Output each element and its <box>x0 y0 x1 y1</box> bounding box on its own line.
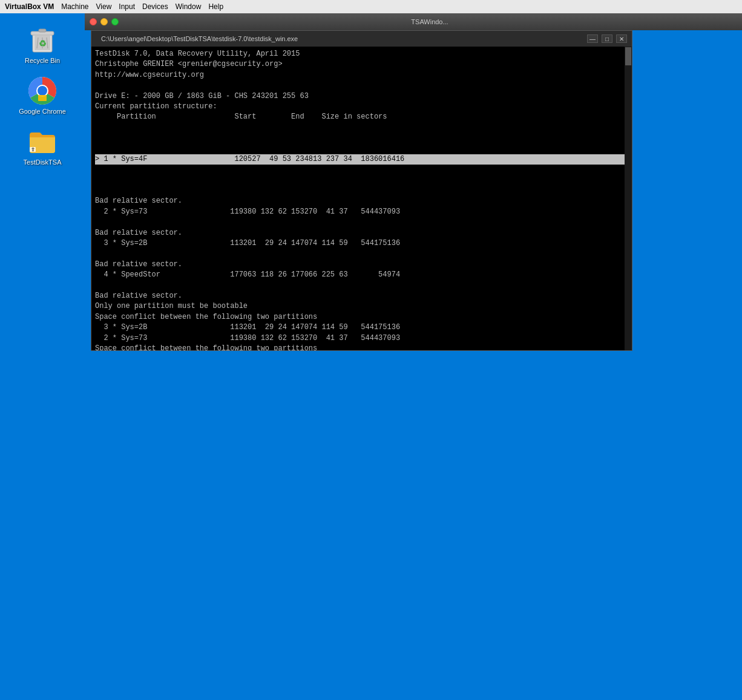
terminal-line-9 <box>95 186 628 196</box>
menu-item-devices[interactable]: Devices <box>142 2 168 11</box>
menu-bar: VirtualBox VM Machine View Input Devices… <box>0 0 742 13</box>
testdisktsa-image: ⇧ <box>28 127 57 156</box>
testdisk-maximize-btn[interactable]: □ <box>602 34 612 43</box>
scrollbar-thumb[interactable] <box>625 47 631 65</box>
terminal-line-8-highlighted: > 1 * Sys=4F 120527 49 53 234813 237 34 … <box>95 133 628 186</box>
google-chrome-icon[interactable]: Google Chrome <box>18 76 67 115</box>
terminal-line-14: 3 * Sys=2B 113201 29 24 147074 114 59 54… <box>95 238 628 249</box>
terminal-line-7 <box>95 123 628 133</box>
recycle-bin-image: ♻ <box>28 25 57 54</box>
desktop: ♻ Recycle Bin <box>0 13 85 700</box>
terminal-line-24: Space conflict between the following two… <box>95 344 628 350</box>
terminal-line-19: Bad relative sector. <box>95 291 628 301</box>
traffic-light-minimize[interactable] <box>100 18 108 25</box>
terminal-line-4: Drive E: - 2000 GB / 1863 GiB - CHS 2432… <box>95 91 628 102</box>
svg-text:♻: ♻ <box>39 39 47 48</box>
testdisk-title: C:\Users\angel\Desktop\TestDiskTSA\testd… <box>101 35 583 42</box>
testdisk-titlebar: C:\Users\angel\Desktop\TestDiskTSA\testd… <box>91 31 632 47</box>
terminal-scrollbar[interactable] <box>625 47 632 350</box>
terminal-line-23: 2 * Sys=73 119380 132 62 153270 41 37 54… <box>95 333 628 344</box>
terminal-line-16: Bad relative sector. <box>95 260 628 270</box>
menu-item-window[interactable]: Window <box>176 2 202 11</box>
terminal-line-20: Only one partition must be bootable <box>95 301 628 312</box>
menu-item-machine[interactable]: Machine <box>61 2 88 11</box>
google-chrome-label: Google Chrome <box>19 108 66 115</box>
terminal-line-0: TestDisk 7.0, Data Recovery Utility, Apr… <box>95 49 628 59</box>
svg-rect-12 <box>38 95 47 101</box>
traffic-light-close[interactable] <box>90 18 97 25</box>
terminal-line-13: Bad relative sector. <box>95 228 628 238</box>
terminal-line-6: Partition Start End Size in sectors <box>95 112 628 122</box>
traffic-light-fullscreen[interactable] <box>111 18 119 25</box>
testdisk-window: C:\Users\angel\Desktop\TestDiskTSA\testd… <box>91 30 632 351</box>
terminal-line-3 <box>95 80 628 91</box>
terminal-line-5: Current partition structure: <box>95 102 628 112</box>
terminal-line-12 <box>95 217 628 227</box>
recycle-bin-icon[interactable]: ♻ Recycle Bin <box>18 25 67 64</box>
vbox-titlebar: TSAWindo... <box>85 13 742 30</box>
testdisk-minimize-btn[interactable]: — <box>587 34 598 43</box>
terminal-line-10: Bad relative sector. <box>95 196 628 206</box>
terminal-line-11: 2 * Sys=73 119380 132 62 153270 41 37 54… <box>95 207 628 217</box>
menu-item-help[interactable]: Help <box>208 2 223 11</box>
svg-point-11 <box>38 86 47 96</box>
terminal-line-1: Christophe GRENIER <grenier@cgsecurity.o… <box>95 59 628 70</box>
testdisktsa-icon[interactable]: ⇧ TestDiskTSA <box>18 127 67 166</box>
terminal-line-21: Space conflict between the following two… <box>95 312 628 322</box>
terminal-content[interactable]: TestDisk 7.0, Data Recovery Utility, Apr… <box>91 47 632 350</box>
testdisk-close-btn[interactable]: ✕ <box>616 34 627 43</box>
terminal-line-17: 4 * SpeedStor 177063 118 26 177066 225 6… <box>95 270 628 280</box>
vbox-window: TSAWindo... C:\Users\angel\Desktop\TestD… <box>85 13 742 700</box>
terminal-line-2: http://www.cgsecurity.org <box>95 70 628 80</box>
menu-item-input[interactable]: Input <box>119 2 135 11</box>
testdisktsa-label: TestDiskTSA <box>24 159 62 166</box>
vbox-title: TSAWindo... <box>122 18 737 25</box>
chrome-image <box>28 76 57 105</box>
svg-rect-3 <box>39 29 46 32</box>
highlighted-partition: > 1 * Sys=4F 120527 49 53 234813 237 34 … <box>95 154 628 165</box>
terminal-line-18 <box>95 281 628 291</box>
menu-brand: VirtualBox VM <box>5 2 54 11</box>
recycle-bin-label: Recycle Bin <box>25 57 60 64</box>
menu-item-view[interactable]: View <box>96 2 112 11</box>
terminal-line-15 <box>95 249 628 259</box>
svg-text:⇧: ⇧ <box>31 147 35 152</box>
terminal-line-22: 3 * Sys=2B 113201 29 24 147074 114 59 54… <box>95 322 628 333</box>
